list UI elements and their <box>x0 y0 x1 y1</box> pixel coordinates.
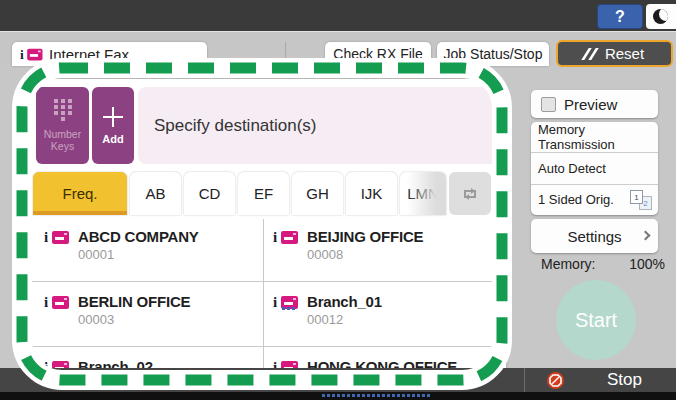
memory-transmission-label: Memory Transmission <box>538 122 658 152</box>
contact-code: 00003 <box>78 312 190 327</box>
add-destination-button[interactable]: Add <box>92 87 134 164</box>
fax-contact-icon: i <box>273 294 299 314</box>
focus-indicator <box>322 394 432 397</box>
preview-checkbox[interactable] <box>541 97 556 112</box>
mfp-touch-screen: ? i Internet Fax Check RX File Job Statu… <box>0 0 676 400</box>
index-tab-label: GH <box>306 185 329 202</box>
index-tab-label: Freq. <box>62 185 97 202</box>
memory-transmission-button[interactable]: Memory Transmission <box>531 122 658 153</box>
memory-label: Memory: <box>541 256 595 272</box>
number-keys-label: Number Keys <box>40 128 86 152</box>
index-tab-label: IJK <box>361 185 383 202</box>
number-keys-button[interactable]: Number Keys <box>36 87 89 164</box>
help-button[interactable]: ? <box>597 4 643 29</box>
contact-cell[interactable]: i BERLIN OFFICE 00003 <box>30 282 263 347</box>
one-sided-original-icon: 2 1 <box>630 190 652 210</box>
destination-field[interactable]: Specify destination(s) <box>138 87 498 164</box>
contact-name: ABCD COMPANY <box>78 228 199 245</box>
memory-value: 100% <box>629 256 665 272</box>
preview-button[interactable]: Preview <box>531 90 658 118</box>
stop-button[interactable]: Stop <box>524 368 676 392</box>
contact-code: 00008 <box>307 247 423 262</box>
internet-fax-tab[interactable]: i Internet Fax <box>12 42 207 66</box>
index-tab[interactable]: Freq. <box>33 172 127 215</box>
moon-icon <box>653 9 668 24</box>
sleep-mode-button[interactable] <box>646 4 676 29</box>
send-settings-group: Memory Transmission Auto Detect 1 Sided … <box>531 122 658 215</box>
index-tab[interactable]: LMN <box>400 172 446 215</box>
original-sides-button[interactable]: 1 Sided Orig. 2 1 <box>531 185 658 215</box>
memory-status: Memory: 100% <box>531 256 665 272</box>
add-icon <box>103 107 123 127</box>
system-top-bar: ? <box>0 0 676 32</box>
header-divider <box>285 42 286 62</box>
index-tab-label: EF <box>254 185 273 202</box>
bottom-bar: Stop <box>0 368 676 392</box>
reset-button[interactable]: Reset <box>556 40 673 67</box>
reset-icon <box>585 48 595 60</box>
contact-code: 00012 <box>307 312 382 327</box>
contact-cell[interactable]: i BEIJING OFFICE 00008 <box>263 217 506 282</box>
internet-fax-label: Internet Fax <box>49 46 129 63</box>
contact-grid: i ABCD COMPANY 00001 i BEIJING OFFICE 00… <box>30 217 506 387</box>
job-status-stop-button[interactable]: Job Status/Stop <box>437 42 549 66</box>
contact-name: BEIJING OFFICE <box>307 228 423 245</box>
index-tab[interactable]: EF <box>238 172 289 215</box>
start-label: Start <box>575 309 617 332</box>
settings-label: Settings <box>567 228 621 245</box>
fax-contact-icon: i <box>44 294 70 314</box>
add-label: Add <box>102 133 123 145</box>
index-tab[interactable]: GH <box>292 172 343 215</box>
internet-fax-icon: i <box>20 46 42 62</box>
preview-label: Preview <box>564 96 617 113</box>
fax-contact-icon: i <box>273 229 299 249</box>
reset-label: Reset <box>605 45 644 62</box>
check-rx-file-button[interactable]: Check RX File <box>325 42 431 66</box>
contact-name: BERLIN OFFICE <box>78 293 190 310</box>
contact-code: 00001 <box>78 247 199 262</box>
contact-name: Branch_01 <box>307 293 382 310</box>
destination-prompt: Specify destination(s) <box>154 116 317 136</box>
switch-icon <box>460 186 480 202</box>
index-tab[interactable]: IJK <box>346 172 397 215</box>
index-tab[interactable]: CD <box>184 172 235 215</box>
switch-address-list-button[interactable] <box>449 172 491 215</box>
chevron-right-icon <box>641 231 651 241</box>
stop-label: Stop <box>607 370 642 390</box>
start-button[interactable]: Start <box>556 280 636 360</box>
auto-detect-label: Auto Detect <box>538 161 606 176</box>
auto-detect-button[interactable]: Auto Detect <box>531 153 658 184</box>
contact-cell[interactable]: i ABCD COMPANY 00001 <box>30 217 263 282</box>
index-tab-list: Freq. AB CD EF GH IJK LMN <box>33 172 446 215</box>
index-tab[interactable]: AB <box>130 172 181 215</box>
settings-button[interactable]: Settings <box>531 219 658 253</box>
original-sides-label: 1 Sided Orig. <box>538 192 614 207</box>
stop-icon <box>547 372 564 389</box>
fax-contact-icon: i <box>44 229 70 249</box>
index-tab-label: AB <box>145 185 165 202</box>
address-book-panel: Number Keys Add Specify destination(s) F… <box>30 79 506 387</box>
contact-cell[interactable]: i Branch_01 00012 <box>263 282 506 347</box>
index-tab-label: CD <box>199 185 221 202</box>
keypad-icon <box>54 99 72 121</box>
